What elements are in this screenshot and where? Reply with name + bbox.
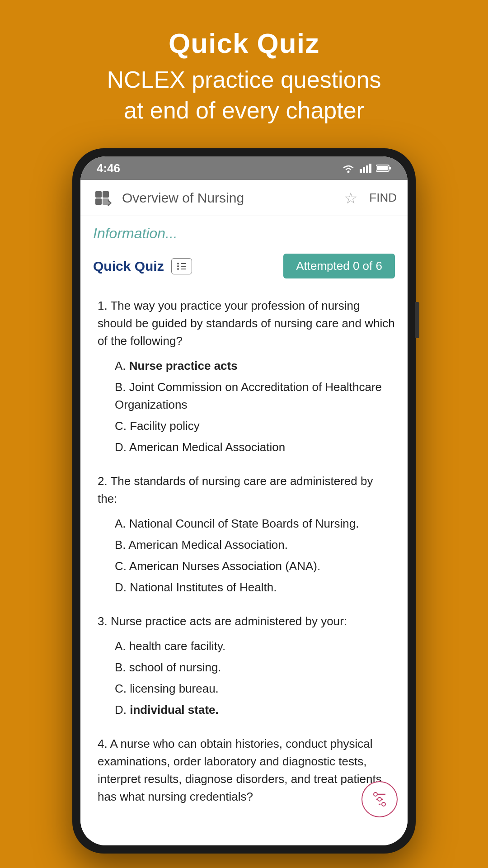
svg-rect-4 (369, 164, 371, 173)
svg-point-12 (177, 263, 179, 264)
question-1-text: 1. The way you practice your profession … (93, 297, 395, 350)
quiz-content[interactable]: 1. The way you practice your profession … (80, 286, 408, 845)
menu-icon[interactable] (91, 186, 115, 210)
side-button (415, 302, 419, 338)
signal-icon (360, 164, 371, 173)
svg-rect-3 (366, 165, 368, 173)
svg-rect-11 (103, 198, 109, 205)
svg-rect-6 (389, 167, 391, 170)
question-2-text: 2. The standards of nursing care are adm… (93, 472, 395, 508)
svg-point-14 (177, 268, 179, 270)
question-1-option-a[interactable]: A. Nurse practice acts (93, 357, 395, 375)
svg-point-23 (382, 802, 385, 806)
question-2-option-d[interactable]: D. National Institutes of Health. (93, 579, 395, 596)
app-header-title: Overview of Nursing (122, 190, 337, 206)
favorite-icon[interactable]: ☆ (344, 189, 357, 207)
attempted-badge: Attempted 0 of 6 (283, 254, 395, 278)
question-4-text: 4. A nurse who can obtain histories, con… (93, 735, 395, 806)
question-3-option-d[interactable]: D. individual state. (93, 701, 395, 719)
wifi-icon (342, 163, 355, 173)
question-3-option-a[interactable]: A. health care facility. (93, 637, 395, 655)
filter-float-button[interactable] (361, 781, 398, 817)
svg-rect-9 (103, 191, 109, 198)
question-2-option-a[interactable]: A. National Council of State Boards of N… (93, 515, 395, 533)
quiz-label: Quick Quiz (93, 259, 164, 274)
svg-point-0 (347, 171, 350, 173)
svg-point-21 (374, 793, 377, 796)
svg-rect-1 (360, 169, 362, 173)
phone-frame: 4:46 (72, 148, 416, 854)
quiz-icon-button[interactable] (171, 258, 192, 274)
svg-rect-7 (377, 166, 388, 170)
status-bar: 4:46 (80, 156, 408, 180)
status-icons (342, 163, 391, 173)
section-label: Information... (80, 216, 408, 246)
question-4: 4. A nurse who can obtain histories, con… (93, 735, 395, 806)
question-3-text: 3. Nurse practice acts are administered … (93, 613, 395, 630)
question-3-option-c[interactable]: C. licensing bureau. (93, 680, 395, 698)
question-1-option-d[interactable]: D. American Medical Association (93, 439, 395, 456)
question-1: 1. The way you practice your profession … (93, 297, 395, 456)
svg-point-13 (177, 265, 179, 267)
question-2-option-c[interactable]: C. American Nurses Association (ANA). (93, 557, 395, 575)
svg-rect-2 (363, 167, 365, 173)
status-time: 4:46 (97, 161, 120, 175)
battery-icon (376, 164, 391, 172)
find-button[interactable]: FIND (369, 191, 397, 205)
quiz-header: Quick Quiz Attempted 0 of 6 (80, 246, 408, 286)
question-1-option-c[interactable]: C. Facility policy (93, 417, 395, 435)
question-2-option-b[interactable]: B. American Medical Association. (93, 536, 395, 554)
svg-rect-10 (95, 198, 102, 205)
phone-screen: 4:46 (80, 156, 408, 845)
question-1-option-b[interactable]: B. Joint Commission on Accreditation of … (93, 378, 395, 414)
promo-subtitle: NCLEX practice questionsat end of every … (107, 65, 381, 126)
app-header: Overview of Nursing ☆ FIND (80, 180, 408, 216)
promo-title: Quick Quiz (107, 27, 381, 59)
question-3-option-b[interactable]: B. school of nursing. (93, 659, 395, 676)
svg-point-22 (378, 797, 381, 801)
question-2: 2. The standards of nursing care are adm… (93, 472, 395, 596)
question-3: 3. Nurse practice acts are administered … (93, 613, 395, 719)
svg-rect-8 (95, 191, 102, 198)
